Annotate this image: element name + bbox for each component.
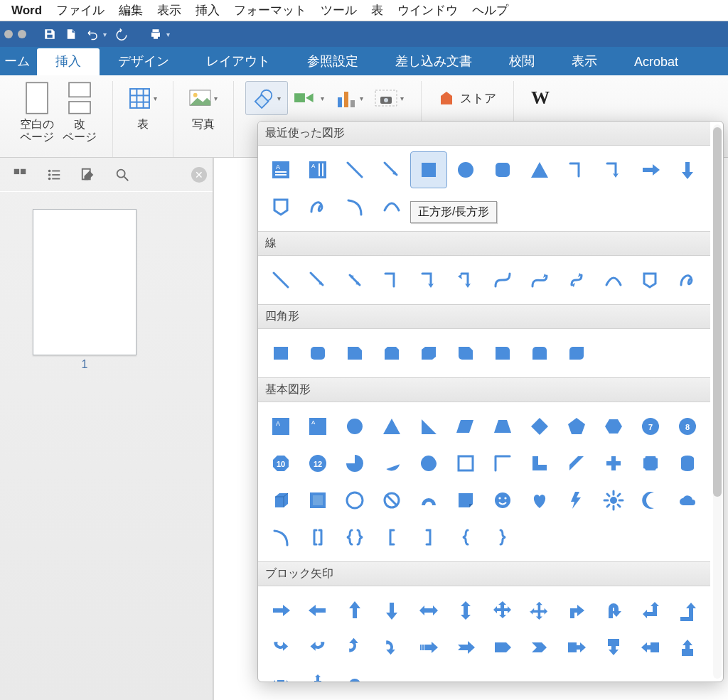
basic-bevel[interactable] bbox=[299, 482, 336, 519]
menu-edit[interactable]: 編集 bbox=[112, 2, 150, 18]
rect-round-2-same[interactable] bbox=[521, 335, 558, 372]
tab-home[interactable]: ーム bbox=[0, 48, 37, 75]
page-thumbnail[interactable] bbox=[33, 209, 136, 355]
basic-donut[interactable] bbox=[336, 482, 373, 519]
shape-textbox-vertical[interactable]: A bbox=[299, 151, 336, 188]
basic-dodecagon[interactable]: 12 bbox=[299, 445, 336, 482]
basic-heart[interactable] bbox=[521, 482, 558, 519]
arrow-up-down[interactable] bbox=[447, 592, 484, 629]
basic-cloud[interactable] bbox=[669, 482, 706, 519]
rect-basic[interactable] bbox=[262, 335, 299, 372]
arrow-circular[interactable] bbox=[336, 666, 373, 682]
tab-references[interactable]: 参照設定 bbox=[289, 48, 377, 75]
shape-ellipse[interactable] bbox=[447, 151, 484, 188]
basic-hexagon[interactable] bbox=[595, 408, 632, 445]
shape-scribble-loop[interactable] bbox=[299, 188, 336, 225]
arrow-left-up[interactable] bbox=[632, 592, 669, 629]
shape-arrow-right[interactable] bbox=[632, 151, 669, 188]
line-freeform-closed[interactable] bbox=[632, 262, 669, 298]
rect-round-1[interactable] bbox=[484, 335, 521, 372]
arrow-chevron[interactable] bbox=[521, 629, 558, 666]
basic-half-frame[interactable] bbox=[484, 445, 521, 482]
pictures-button[interactable]: ▾ 写真 bbox=[185, 81, 222, 157]
menu-table[interactable]: 表 bbox=[364, 2, 390, 18]
arrow-curved-right[interactable] bbox=[262, 629, 299, 666]
basic-brace-pair[interactable] bbox=[336, 519, 373, 556]
shape-connector-elbow[interactable] bbox=[558, 151, 595, 188]
arrow-left-right[interactable] bbox=[410, 592, 447, 629]
shape-flowchart-offpage[interactable] bbox=[262, 188, 299, 225]
shapes-button[interactable]: ▾ bbox=[245, 81, 288, 115]
smartart-button[interactable]: ▾ bbox=[288, 81, 330, 115]
arrow-notched-right[interactable] bbox=[447, 629, 484, 666]
line-freeform-arc[interactable] bbox=[595, 262, 632, 298]
arrow-left-right-callout[interactable] bbox=[262, 666, 299, 682]
shape-arrow-down[interactable] bbox=[669, 151, 706, 188]
edit-view-icon[interactable] bbox=[71, 161, 105, 189]
close-icon[interactable]: ✕ bbox=[191, 167, 207, 183]
basic-octagon[interactable]: 8 bbox=[669, 408, 706, 445]
basic-no-symbol[interactable] bbox=[373, 482, 410, 519]
rect-snip-2-same[interactable] bbox=[373, 335, 410, 372]
basic-plaque[interactable] bbox=[632, 445, 669, 482]
basic-smiley[interactable] bbox=[484, 482, 521, 519]
menu-file[interactable]: ファイル bbox=[49, 2, 112, 18]
basic-teardrop[interactable] bbox=[410, 445, 447, 482]
menu-view[interactable]: 表示 bbox=[150, 2, 188, 18]
basic-heptagon[interactable]: 7 bbox=[632, 408, 669, 445]
basic-frame[interactable] bbox=[447, 445, 484, 482]
table-button[interactable]: ▾ 表 bbox=[124, 81, 161, 157]
arrow-curved-up[interactable] bbox=[336, 629, 373, 666]
scrollbar-thumb[interactable] bbox=[713, 127, 722, 497]
chart-button[interactable]: ▾ bbox=[330, 81, 369, 115]
basic-moon[interactable] bbox=[632, 482, 669, 519]
arrow-bent[interactable] bbox=[558, 592, 595, 629]
basic-diamond[interactable] bbox=[521, 408, 558, 445]
page-break-button[interactable]: 改 ページ bbox=[58, 81, 101, 157]
arrow-curved-down[interactable] bbox=[373, 629, 410, 666]
arrow-quad[interactable] bbox=[484, 592, 521, 629]
basic-chord[interactable] bbox=[373, 445, 410, 482]
basic-decagon[interactable]: 10 bbox=[262, 445, 299, 482]
arrow-quad-callout[interactable] bbox=[299, 666, 336, 682]
arrow-pentagon[interactable] bbox=[484, 629, 521, 666]
basic-pie[interactable] bbox=[336, 445, 373, 482]
rect-rounded[interactable] bbox=[299, 335, 336, 372]
basic-lightning[interactable] bbox=[558, 482, 595, 519]
rect-round-2-diag[interactable] bbox=[558, 335, 595, 372]
arrow-uturn[interactable] bbox=[595, 592, 632, 629]
arrow-up[interactable] bbox=[336, 592, 373, 629]
line-elbow-double-arrow[interactable] bbox=[447, 262, 484, 298]
line-curve-double-arrow[interactable] bbox=[558, 262, 595, 298]
tab-design[interactable]: デザイン bbox=[100, 48, 188, 75]
qa-doc-icon[interactable] bbox=[60, 24, 82, 44]
menu-insert[interactable]: 挿入 bbox=[188, 2, 227, 18]
basic-triangle[interactable] bbox=[373, 408, 410, 445]
shape-textbox[interactable]: A bbox=[262, 151, 299, 188]
menu-window[interactable]: ウインドウ bbox=[390, 2, 465, 18]
line-curve-arrow[interactable] bbox=[521, 262, 558, 298]
shape-rounded-rect[interactable] bbox=[484, 151, 521, 188]
arrow-down-callout[interactable] bbox=[595, 629, 632, 666]
arrow-curved-left[interactable] bbox=[299, 629, 336, 666]
basic-trapezoid[interactable] bbox=[484, 408, 521, 445]
arrow-bent-up[interactable] bbox=[669, 592, 706, 629]
basic-textbox-v[interactable]: A bbox=[299, 408, 336, 445]
basic-ellipse[interactable] bbox=[336, 408, 373, 445]
line-elbow[interactable] bbox=[373, 262, 410, 298]
qa-redo-icon[interactable] bbox=[111, 24, 132, 44]
menu-format[interactable]: フォーマット bbox=[227, 2, 314, 18]
rect-snip-2-diag[interactable] bbox=[410, 335, 447, 372]
shape-curve[interactable] bbox=[373, 188, 410, 225]
basic-right-brace[interactable] bbox=[484, 519, 521, 556]
arrow-striped-right[interactable] bbox=[410, 629, 447, 666]
arrow-left-callout[interactable] bbox=[632, 629, 669, 666]
tab-mailings[interactable]: 差し込み文書 bbox=[377, 48, 491, 75]
line-elbow-arrow[interactable] bbox=[410, 262, 447, 298]
basic-cube[interactable] bbox=[262, 482, 299, 519]
basic-can[interactable] bbox=[669, 445, 706, 482]
qa-undo-icon[interactable] bbox=[82, 24, 103, 44]
basic-parallelogram[interactable] bbox=[447, 408, 484, 445]
basic-sun[interactable] bbox=[595, 482, 632, 519]
basic-l-shape[interactable] bbox=[521, 445, 558, 482]
